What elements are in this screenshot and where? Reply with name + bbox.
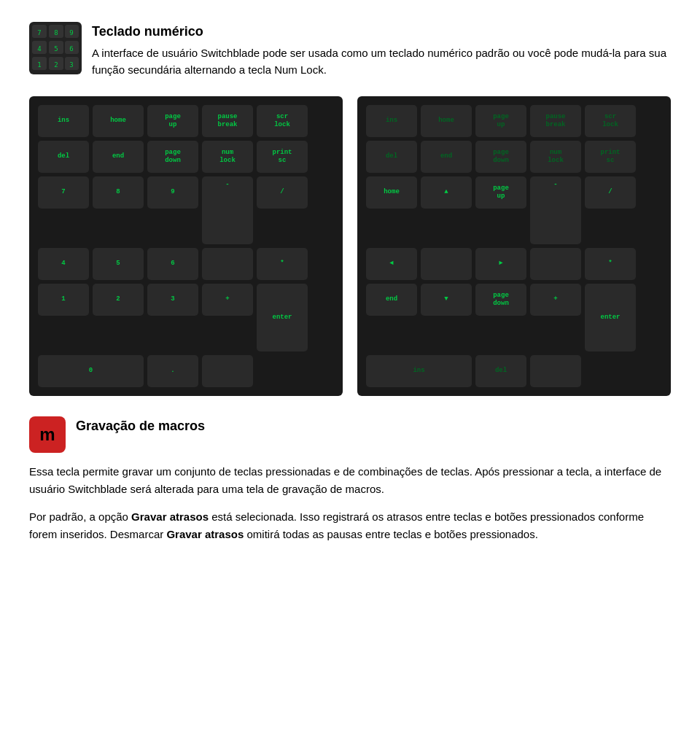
key-0: 0 [38,355,144,387]
key-home-nav: home [366,176,417,209]
bold-gravar-atrasos-1: Gravar atrasos [131,510,209,523]
key-pausebreak-right: pausebreak [530,105,581,137]
key-space-mid-right [530,248,581,280]
page-title: Teclado numérico [92,22,671,42]
macro-title: Gravação de macros [76,419,205,433]
key-printsc-left: printsc [257,141,308,173]
key-scrllock-right: scrlock [585,105,636,137]
keyboard-left: ins home pageup pausebreak scrlock del e… [29,96,343,396]
macro-icon: m [29,416,66,453]
svg-text:8: 8 [54,29,58,36]
key-printsc-right: printsc [585,141,636,173]
intro-text: A interface de usuário Switchblade pode … [92,44,671,79]
key-center-nav [421,248,472,280]
key-pagedown-right-top: pagedown [475,141,526,173]
key-del-bottom: del [475,355,526,387]
key-4: 4 [38,248,89,280]
key-space-bot-right [530,355,581,387]
macro-paragraph-2: Por padrão, a opção Gravar atrasos está … [29,508,671,543]
key-slash-right: / [585,176,636,209]
key-8: 8 [93,176,144,209]
key-1: 1 [38,284,89,316]
key-home-left: home [93,105,144,137]
keyboards-row: ins home pageup pausebreak scrlock del e… [29,96,671,396]
key-home-right: home [421,105,472,137]
key-slash: / [257,176,308,209]
macro-section: m Gravação de macros [29,416,671,453]
key-space-bot [202,355,253,387]
key-numlock-right: numlock [530,141,581,173]
key-9: 9 [147,176,198,209]
key-pageup-nav: pageup [475,176,526,209]
key-del-right: del [366,141,417,173]
key-asterisk-right: * [585,248,636,280]
key-ins-bottom: ins [366,355,472,387]
keyboard-icon: 7 8 9 4 5 6 1 2 3 [29,22,82,74]
key-2: 2 [93,284,144,316]
key-pagedown-nav: pagedown [475,284,526,316]
bold-gravar-atrasos-2: Gravar atrasos [166,528,244,540]
key-dot: . [147,355,198,387]
key-plus-right: + [530,284,581,316]
key-minus: - [202,176,253,244]
key-minus-right: - [530,176,581,244]
key-7: 7 [38,176,89,209]
svg-text:7: 7 [37,29,41,36]
macro-paragraph-1: Essa tecla permite gravar um conjunto de… [29,463,671,498]
key-right-arrow: ► [475,248,526,280]
key-6: 6 [147,248,198,280]
key-pageup-right-top: pageup [475,105,526,137]
svg-text:3: 3 [69,61,73,69]
macro-header-text: Gravação de macros [76,416,205,436]
svg-text:2: 2 [54,61,58,69]
header-text: Teclado numérico A interface de usuário … [92,22,671,79]
key-asterisk: * [257,248,308,280]
key-ins-right: ins [366,105,417,137]
key-end-right: end [421,141,472,173]
key-enter-left: enter [257,284,308,351]
key-numlock-left: numlock [202,141,253,173]
key-ins-left: ins [38,105,89,137]
svg-text:9: 9 [69,29,73,36]
macro-icon-letter: m [39,421,55,448]
key-left-arrow: ◄ [366,248,417,280]
key-end-nav: end [366,284,417,316]
key-down-arrow: ▼ [421,284,472,316]
key-plus-left: + [202,284,253,316]
key-scrllock-left: scrlock [257,105,308,137]
key-pausebreak-left: pausebreak [202,105,253,137]
key-up-arrow: ▲ [421,176,472,209]
macro-icon-container: m [29,416,66,453]
key-pageup-left: pageup [147,105,198,137]
svg-text:4: 4 [37,45,41,53]
keyboard-right: ins home pageup pausebreak scrlock del e… [357,96,671,396]
svg-text:1: 1 [37,61,41,69]
key-5: 5 [93,248,144,280]
key-end-left: end [93,141,144,173]
key-space-mid [202,248,253,280]
key-pagedown-left: pagedown [147,141,198,173]
key-enter-right: enter [585,284,636,351]
key-del-left: del [38,141,89,173]
svg-text:6: 6 [69,45,73,53]
header-section: 7 8 9 4 5 6 1 2 3 Teclado numérico A int… [29,22,671,79]
svg-text:5: 5 [54,45,58,53]
key-3: 3 [147,284,198,316]
